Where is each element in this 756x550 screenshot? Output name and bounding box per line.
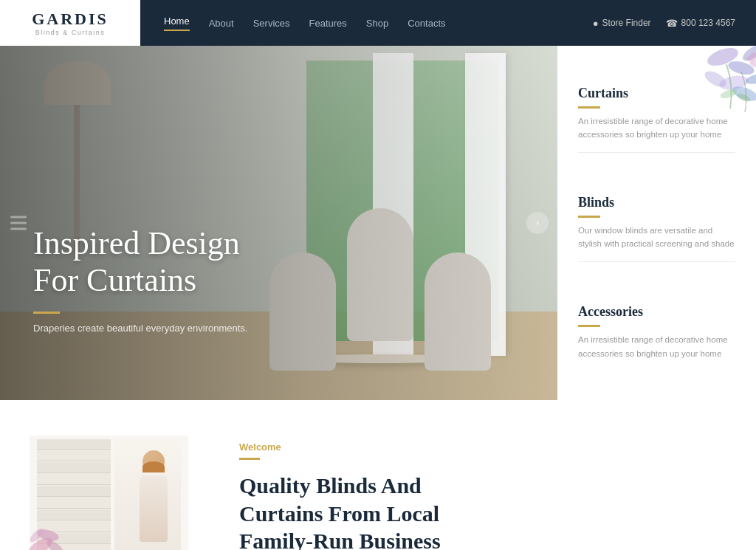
hero-accent-line: [33, 312, 60, 314]
svg-point-8: [735, 92, 752, 103]
location-icon: ●: [593, 18, 599, 29]
welcome-label: Welcome: [239, 441, 726, 453]
welcome-image-wrap: [30, 436, 207, 550]
hero-sidebar: Curtains An irresistible range of decora…: [557, 46, 756, 400]
curtains-divider: [578, 106, 600, 109]
logo-area[interactable]: GARDIS Blinds & Curtains: [0, 0, 140, 46]
nav-about[interactable]: About: [209, 18, 234, 29]
nav-links: Home About Services Features Shop Contac…: [140, 16, 593, 31]
svg-point-9: [749, 59, 756, 69]
curtains-title: Curtains: [578, 86, 735, 101]
hero-image: Inspired Design For Curtains Draperies c…: [0, 46, 557, 400]
blinds-title: Blinds: [578, 195, 735, 210]
slider-arrow-right[interactable]: ›: [526, 212, 549, 234]
shutter-image: [30, 436, 188, 550]
phone-number[interactable]: ☎ 800 123 4567: [666, 18, 735, 29]
hero-overlay: [0, 46, 557, 400]
hero-heading: Inspired Design For Curtains: [33, 225, 247, 300]
svg-point-6: [745, 72, 756, 86]
accessories-divider: [578, 325, 600, 327]
svg-point-1: [727, 59, 756, 78]
hero-section: Inspired Design For Curtains Draperies c…: [0, 46, 756, 400]
nav-home[interactable]: Home: [164, 16, 190, 31]
nav-right: ● Store Finder ☎ 800 123 4567: [593, 18, 756, 29]
hero-text-block: Inspired Design For Curtains Draperies c…: [33, 225, 247, 334]
blinds-description: Our window blinds are versatile and styl…: [578, 224, 735, 251]
svg-point-10: [746, 50, 756, 63]
blinds-divider: [578, 216, 600, 218]
welcome-section: Welcome Quality Blinds And Curtains From…: [0, 400, 756, 550]
welcome-text-block: Welcome Quality Blinds And Curtains From…: [239, 436, 726, 550]
svg-point-4: [740, 43, 756, 64]
logo-brand: GARDIS: [32, 10, 109, 29]
scroll-dots: [10, 216, 27, 230]
nav-features[interactable]: Features: [309, 18, 347, 29]
accessories-title: Accessories: [578, 304, 735, 320]
sidebar-item-curtains[interactable]: Curtains An irresistible range of decora…: [578, 75, 735, 153]
nav-services[interactable]: Services: [253, 18, 290, 29]
logo-tagline: Blinds & Curtains: [35, 29, 106, 36]
nav-shop[interactable]: Shop: [366, 18, 388, 29]
accessories-description: An irresistible range of decorative home…: [578, 333, 735, 360]
sidebar-item-blinds[interactable]: Blinds Our window blinds are versatile a…: [578, 185, 735, 262]
sidebar-item-accessories[interactable]: Accessories An irresistible range of dec…: [578, 294, 735, 371]
navbar: GARDIS Blinds & Curtains Home About Serv…: [0, 0, 756, 46]
welcome-heading: Quality Blinds And Curtains From Local F…: [239, 472, 490, 550]
phone-icon: ☎: [666, 18, 678, 29]
store-finder[interactable]: ● Store Finder: [593, 18, 651, 29]
svg-point-0: [705, 44, 740, 69]
curtains-description: An irresistible range of decorative home…: [578, 114, 735, 142]
hero-subtext: Draperies create beautiful everyday envi…: [33, 323, 247, 334]
welcome-divider: [239, 458, 260, 460]
nav-contacts[interactable]: Contacts: [408, 18, 445, 29]
